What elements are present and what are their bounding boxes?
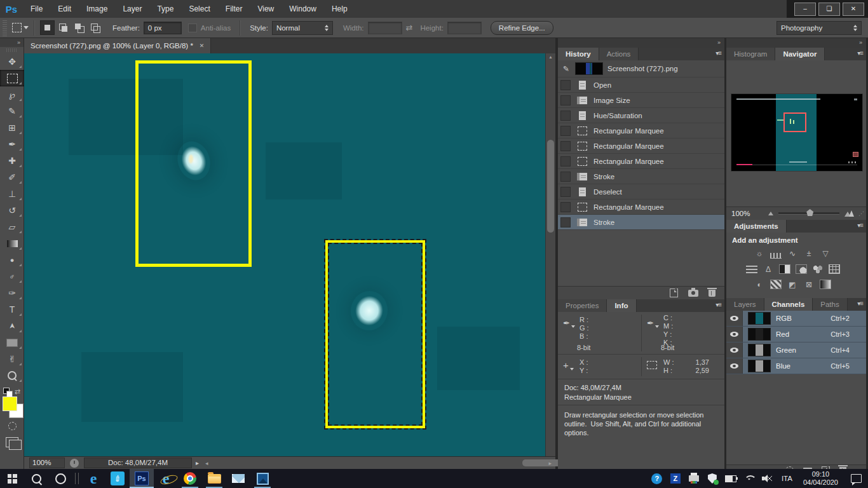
panel-menu-icon[interactable]: ▾≡: [715, 50, 721, 57]
cortana-taskbar-icon[interactable]: [48, 469, 72, 488]
zonealarm-tray-icon[interactable]: Z: [668, 471, 682, 486]
horizontal-scrollbar[interactable]: ▸: [208, 457, 555, 469]
menu-item[interactable]: Window: [281, 0, 324, 18]
history-state-row[interactable]: Open: [558, 78, 724, 93]
width-input[interactable]: [368, 22, 402, 34]
zoom-tool[interactable]: [0, 367, 24, 384]
clone-stamp-tool[interactable]: ⊥: [0, 186, 24, 202]
internet-explorer-taskbar-icon[interactable]: e: [154, 469, 178, 488]
hue-saturation-adjustment-icon[interactable]: [746, 264, 757, 274]
navigator-view-box[interactable]: [783, 112, 806, 132]
delete-state-icon[interactable]: [709, 290, 715, 297]
selective-color-adjustment-icon[interactable]: ⊠: [803, 280, 815, 289]
navigator-zoom-slider[interactable]: [778, 212, 839, 215]
anti-alias-checkbox[interactable]: [188, 24, 197, 32]
pen-tool[interactable]: ✑: [0, 285, 24, 301]
history-brush-checkbox[interactable]: [560, 187, 571, 197]
menu-item[interactable]: Select: [181, 0, 217, 18]
history-state-row[interactable]: Rectangular Marquee: [558, 123, 724, 139]
photos-taskbar-icon[interactable]: [250, 469, 275, 488]
eraser-tool[interactable]: ▱: [0, 219, 24, 235]
language-indicator[interactable]: ITA: [779, 475, 795, 482]
photoshop-taskbar-icon[interactable]: Ps: [130, 469, 154, 488]
new-snapshot-icon[interactable]: [688, 290, 698, 297]
printer-tray-icon[interactable]: [687, 471, 701, 486]
brush-tool[interactable]: ✐: [0, 169, 24, 186]
type-tool[interactable]: T: [0, 301, 24, 318]
history-brush-checkbox[interactable]: [560, 217, 571, 227]
document-tab[interactable]: Screenshot (727).png @ 100% (Layer 0, RG…: [24, 38, 211, 53]
channel-row[interactable]: RGB Ctrl+2: [726, 311, 866, 327]
close-button[interactable]: ✕: [843, 3, 864, 16]
history-brush-checkbox[interactable]: [560, 202, 571, 212]
lasso-tool[interactable]: ℘: [0, 86, 24, 103]
collapse-panels-icon[interactable]: »: [558, 38, 724, 48]
zoom-level-field[interactable]: 100%: [29, 458, 65, 468]
tab-histogram[interactable]: Histogram: [726, 48, 775, 60]
tab-channels[interactable]: Channels: [764, 298, 813, 311]
color-balance-adjustment-icon[interactable]: Δ: [763, 264, 774, 274]
tab-info[interactable]: Info: [607, 299, 636, 312]
scroll-right-icon[interactable]: ▸: [548, 460, 552, 466]
separator-taskbar-icon[interactable]: [72, 469, 81, 488]
scroll-up-icon[interactable]: ▴: [546, 53, 555, 61]
defender-tray-icon[interactable]: [705, 471, 719, 486]
swap-dimensions-icon[interactable]: ⇄: [406, 23, 413, 32]
history-state-row[interactable]: Deselect: [558, 184, 724, 200]
menu-item[interactable]: File: [23, 0, 50, 18]
selection-mode-intersect-button[interactable]: [88, 20, 102, 35]
zoom-out-icon[interactable]: [768, 212, 773, 215]
menu-item[interactable]: Help: [324, 0, 355, 18]
photo-filter-adjustment-icon[interactable]: [796, 264, 807, 274]
panel-menu-icon[interactable]: ▾≡: [715, 301, 721, 308]
visibility-toggle[interactable]: [726, 358, 743, 374]
help-tray-icon[interactable]: ?: [650, 471, 664, 486]
volume-muted-tray-icon[interactable]: [761, 471, 775, 486]
gradient-tool[interactable]: [0, 235, 24, 252]
menu-item[interactable]: View: [250, 0, 281, 18]
visibility-toggle[interactable]: [726, 311, 743, 326]
wifi-tray-icon[interactable]: [742, 471, 756, 486]
search-taskbar-icon[interactable]: [24, 469, 48, 488]
posterize-adjustment-icon[interactable]: [770, 280, 782, 289]
menu-item[interactable]: Edit: [50, 0, 79, 18]
channel-row[interactable]: Blue Ctrl+5: [726, 358, 866, 374]
visibility-toggle[interactable]: [726, 342, 743, 358]
selection-mode-new-button[interactable]: [40, 20, 55, 35]
history-brush-checkbox[interactable]: [560, 141, 571, 151]
visibility-toggle[interactable]: [726, 327, 743, 342]
hand-tool[interactable]: ✌: [0, 351, 24, 367]
tab-properties[interactable]: Properties: [558, 299, 607, 312]
vertical-scrollbar-thumb[interactable]: [547, 140, 554, 233]
history-state-row[interactable]: Stroke: [558, 169, 724, 184]
canvas[interactable]: ▴: [24, 53, 555, 456]
tab-paths[interactable]: Paths: [813, 298, 847, 311]
gradient-map-adjustment-icon[interactable]: [820, 280, 831, 289]
eyedropper-tool[interactable]: ✒: [0, 136, 24, 152]
curves-adjustment-icon[interactable]: ∿: [787, 248, 798, 258]
panel-menu-icon[interactable]: ▾≡: [857, 300, 863, 307]
invert-adjustment-icon[interactable]: ◐: [754, 280, 765, 289]
status-flyout-icon[interactable]: ▸: [196, 459, 199, 466]
navigator-zoom-field[interactable]: 100%: [731, 210, 759, 217]
history-brush-checkbox[interactable]: [560, 95, 571, 105]
doc-size-readout[interactable]: Doc: 48,0M/27,4M: [84, 458, 192, 468]
tab-layers[interactable]: Layers: [726, 298, 764, 311]
dodge-tool[interactable]: ♀: [0, 268, 24, 285]
history-brush-checkbox[interactable]: [560, 156, 571, 166]
blur-tool[interactable]: ●: [0, 252, 24, 268]
menu-item[interactable]: Image: [79, 0, 115, 18]
menu-item[interactable]: Type: [149, 0, 181, 18]
minimize-button[interactable]: –: [794, 3, 816, 16]
tab-history[interactable]: History: [558, 48, 599, 60]
history-state-row[interactable]: Rectangular Marquee: [558, 154, 724, 169]
menu-item[interactable]: Layer: [115, 0, 149, 18]
panel-menu-icon[interactable]: ▾≡: [857, 50, 863, 57]
collapse-tools-icon[interactable]: »: [0, 38, 24, 47]
black-white-adjustment-icon[interactable]: [779, 264, 790, 274]
mail-taskbar-icon[interactable]: [226, 469, 250, 488]
history-state-row[interactable]: Stroke: [558, 215, 724, 230]
tab-adjustments[interactable]: Adjustments: [726, 220, 787, 233]
brightness-contrast-adjustment-icon[interactable]: ☼: [754, 248, 765, 258]
history-state-row[interactable]: Rectangular Marquee: [558, 139, 724, 154]
